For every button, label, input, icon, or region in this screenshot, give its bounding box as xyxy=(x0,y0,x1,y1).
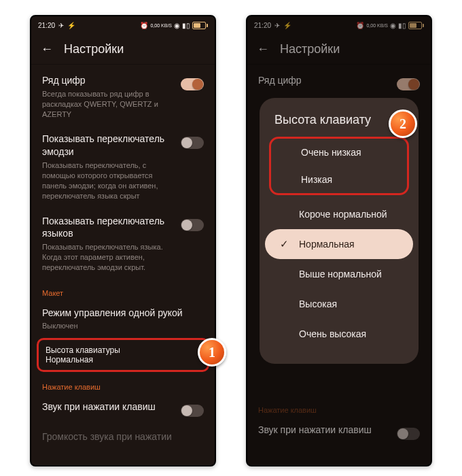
net-speed: 0,00 KB/S xyxy=(150,23,172,28)
row-title: Звук при нажатии клавиш xyxy=(42,401,156,413)
highlight-kb-height: Высота клавиатуры Нормальная xyxy=(37,338,209,372)
row-title: Показывать переключатель языков xyxy=(42,215,173,241)
option-shorter[interactable]: ✓ Короче нормальной xyxy=(265,199,413,229)
row-sub: Нормальная xyxy=(46,355,200,364)
row-title: Показывать переключатель эмодзи xyxy=(42,133,173,158)
toggle-emoji-switch[interactable] xyxy=(181,137,204,149)
app-header: ← Настройки xyxy=(31,34,215,65)
callout-marker-2: 2 xyxy=(389,109,417,138)
callout-marker-1: 1 xyxy=(198,338,226,367)
status-time: 21:20 xyxy=(38,22,55,29)
toggle-lang-switch[interactable] xyxy=(181,219,204,231)
bolt-icon: ⚡ xyxy=(67,22,75,29)
row-one-hand[interactable]: Режим управления одной рукой Выключен xyxy=(31,300,215,337)
back-arrow-icon[interactable]: ← xyxy=(41,43,53,55)
option-high[interactable]: ✓ Высокая xyxy=(265,289,413,319)
row-desc: Показывать переключатель, с помощью кото… xyxy=(42,160,171,201)
option-label: Высокая xyxy=(299,299,337,309)
telegram-icon: ✈ xyxy=(58,22,64,29)
check-icon: ✓ xyxy=(280,238,289,250)
row-title: Ряд цифр xyxy=(42,74,171,87)
kb-height-dialog: Высота клавиату ✓ Очень низкая ✓ Низкая … xyxy=(260,98,419,364)
option-label: Очень высокая xyxy=(299,328,366,339)
settings-content: Ряд цифр Всегда показывать ряд цифр в ра… xyxy=(31,65,215,452)
status-bar: 21:20 ✈ ⚡ ⏰ 0,00 KB/S ◉ ▮▯ xyxy=(31,16,215,34)
option-label: Низкая xyxy=(301,174,332,185)
option-taller[interactable]: ✓ Выше нормальной xyxy=(265,259,413,289)
alarm-icon: ⏰ xyxy=(140,22,148,29)
row-keypress-sound[interactable]: Звук при нажатии клавиш xyxy=(31,394,215,424)
option-very-low[interactable]: ✓ Очень низкая xyxy=(271,139,407,166)
page-title: Настройки xyxy=(64,42,124,56)
battery-icon xyxy=(192,22,208,29)
row-title: Высота клавиатуры xyxy=(46,345,200,355)
phone-screenshot-left: 21:20 ✈ ⚡ ⏰ 0,00 KB/S ◉ ▮▯ ← Настройки Р… xyxy=(30,15,216,466)
option-label: Очень низкая xyxy=(301,147,361,158)
row-emoji-switch[interactable]: Показывать переключатель эмодзи Показыва… xyxy=(31,126,215,207)
wifi-icon: ◉ xyxy=(174,22,180,29)
row-lang-switch[interactable]: Показывать переключатель языков Показыва… xyxy=(31,208,215,279)
section-keypress: Нажатие клавиш xyxy=(31,373,215,394)
option-label: Короче нормальной xyxy=(299,209,387,220)
row-sub: Выключен xyxy=(42,322,204,330)
option-label: Нормальная xyxy=(299,239,355,250)
row-desc: Всегда показывать ряд цифр в раскладках … xyxy=(42,89,171,120)
highlight-top-options: ✓ Очень низкая ✓ Низкая xyxy=(269,137,409,195)
option-very-high[interactable]: ✓ Очень высокая xyxy=(265,319,413,349)
phone-screenshot-right: 21:20 ✈ ⚡ ⏰ 0,00 KB/S ◉ ▮▯ ← Настройки Р… xyxy=(246,15,432,466)
row-kb-height[interactable]: Высота клавиатуры Нормальная xyxy=(46,345,200,364)
option-low[interactable]: ✓ Низкая xyxy=(271,166,407,193)
section-layout: Макет xyxy=(31,279,215,300)
row-keypress-volume: Громкость звука при нажатии xyxy=(31,424,215,452)
row-digit-row[interactable]: Ряд цифр Всегда показывать ряд цифр в ра… xyxy=(31,67,215,126)
toggle-digit-row[interactable] xyxy=(181,78,204,90)
row-title: Режим управления одной рукой xyxy=(42,307,204,320)
toggle-keypress-sound[interactable] xyxy=(181,405,204,417)
option-label: Выше нормальной xyxy=(299,269,382,279)
row-desc: Показывать переключатель языка. Когда эт… xyxy=(42,242,171,273)
row-title: Громкость звука при нажатии xyxy=(42,430,204,443)
option-normal[interactable]: ✓ Нормальная xyxy=(265,229,413,259)
signal-icon: ▮▯ xyxy=(182,22,190,29)
